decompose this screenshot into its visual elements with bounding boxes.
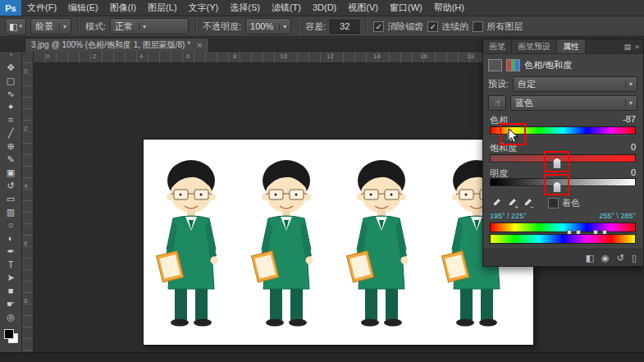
channel-dropdown[interactable]: 蓝色 ▾ <box>510 95 637 111</box>
shape-tool[interactable]: ■ <box>1 284 21 297</box>
ruler-number: 18 <box>467 53 474 60</box>
dodge-tool[interactable]: ◐ <box>1 231 21 245</box>
chevron-down-icon: ▾ <box>279 23 286 30</box>
panel-title: 色相/饱和度 <box>524 59 572 71</box>
anti-alias-label: 消除锯齿 <box>387 21 423 33</box>
blur-tool[interactable]: ○ <box>1 218 21 231</box>
mode-dropdown[interactable]: 正常 ▾ <box>110 18 189 34</box>
divider <box>298 19 299 34</box>
eyedropper-icon[interactable] <box>490 197 502 209</box>
menu-image[interactable]: 图像(I) <box>104 0 142 16</box>
lasso-tool[interactable]: ∿ <box>1 87 21 100</box>
options-bar: ◧ ▾ 前景 ▾ 模式: 正常 ▾ 不透明度: 100% ▾ 容差: 32 ✓ … <box>0 16 644 37</box>
tab-brush-presets[interactable]: 画笔预设 <box>512 39 557 53</box>
color-swatches[interactable] <box>4 329 18 343</box>
ruler-number: 10 <box>280 53 287 60</box>
crop-tool[interactable]: ⌗ <box>1 113 21 126</box>
eyedropper-tool[interactable]: ╱ <box>1 126 21 140</box>
visibility-eye-icon[interactable]: ◉ <box>601 250 610 266</box>
reset-icon[interactable]: ↺ <box>617 250 624 266</box>
foreground-color-swatch[interactable] <box>4 329 14 339</box>
collapse-toolbar-icon[interactable]: » <box>0 52 22 57</box>
divider <box>195 19 196 34</box>
eraser-tool[interactable]: ▭ <box>1 192 21 205</box>
menu-3d[interactable]: 3D(D) <box>307 0 342 16</box>
divider <box>366 19 367 34</box>
mouse-cursor-icon <box>508 128 518 144</box>
document-tab[interactable]: 3.jpg @ 100% (色相/饱和度 1, 图层蒙版/8) * × <box>25 38 209 52</box>
chevron-down-icon: ▾ <box>59 23 66 30</box>
hue-range-left-value: 195° / 225° <box>490 212 527 221</box>
menu-help[interactable]: 帮助(H) <box>428 0 470 16</box>
all-layers-checkbox[interactable] <box>473 21 483 32</box>
type-tool[interactable]: T <box>1 258 21 271</box>
eyedropper-minus-icon[interactable]: − <box>521 197 533 209</box>
marquee-tool[interactable]: ▢ <box>1 74 21 87</box>
status-bar <box>0 352 644 362</box>
opacity-value: 100% <box>250 21 273 31</box>
tool-palette: » ✥ ▢ ∿ ✦ ⌗ ╱ ⊕ ✎ ▣ ↺ ▭ ▥ ○ ◐ ✒ T ➤ ■ ☛ … <box>0 52 22 353</box>
hue-value[interactable]: -87 <box>623 114 636 125</box>
menu-type[interactable]: 文字(Y) <box>183 0 225 16</box>
adjustment-mask-icon[interactable] <box>488 59 502 71</box>
anti-alias-checkbox[interactable]: ✓ <box>373 21 384 32</box>
move-tool[interactable]: ✥ <box>1 61 21 74</box>
chevron-down-icon: ▾ <box>139 23 146 30</box>
mode-value: 正常 <box>115 21 133 33</box>
tolerance-input[interactable]: 32 <box>330 20 359 34</box>
mode-label: 模式: <box>85 21 106 33</box>
hand-tool[interactable]: ☛ <box>1 297 21 310</box>
ruler-number: 0 <box>46 53 49 60</box>
lightness-value[interactable]: 0 <box>631 167 636 178</box>
ruler-number: 4 <box>24 182 27 190</box>
preset-dropdown[interactable]: 自定 ▾ <box>513 76 637 92</box>
hue-saturation-adjustment-icon <box>506 59 520 71</box>
ruler-number: 2 <box>93 53 96 60</box>
gradient-tool[interactable]: ▥ <box>1 205 21 218</box>
channel-value: 蓝色 <box>515 97 533 109</box>
saturation-value[interactable]: 0 <box>631 142 636 153</box>
path-selection-tool[interactable]: ➤ <box>1 271 21 284</box>
menu-filter[interactable]: 滤镜(T) <box>266 0 307 16</box>
tolerance-label: 容差: <box>305 21 326 33</box>
collapse-panel-icon[interactable]: » <box>635 43 639 51</box>
ruler-number: 12 <box>327 53 334 60</box>
document-title: 3.jpg @ 100% (色相/饱和度 1, 图层蒙版/8) * <box>31 39 190 51</box>
menu-select[interactable]: 选择(S) <box>224 0 266 16</box>
close-icon[interactable]: × <box>197 40 202 50</box>
panel-menu-icon[interactable]: ▤ <box>623 43 631 51</box>
healing-brush-tool[interactable]: ⊕ <box>1 140 21 153</box>
contiguous-checkbox[interactable]: ✓ <box>427 21 438 32</box>
menu-bar: Ps 文件(F) 编辑(E) 图像(I) 图层(L) 文字(Y) 选择(S) 滤… <box>0 0 644 16</box>
eyedropper-plus-icon[interactable]: + <box>505 197 518 209</box>
menu-edit[interactable]: 编辑(E) <box>62 0 104 16</box>
quick-selection-tool[interactable]: ✦ <box>1 100 21 113</box>
clone-stamp-tool[interactable]: ▣ <box>1 166 21 179</box>
zoom-tool[interactable]: ◎ <box>1 310 21 323</box>
targeted-adjustment-tool[interactable]: ☝ <box>488 95 506 111</box>
tab-properties[interactable]: 属性 <box>557 39 586 53</box>
fill-source-dropdown[interactable]: 前景 ▾ <box>30 18 71 34</box>
document-canvas[interactable] <box>144 140 533 345</box>
chevron-down-icon: ▾ <box>625 80 633 88</box>
opacity-dropdown[interactable]: 100% ▾ <box>245 18 291 34</box>
pen-tool[interactable]: ✒ <box>1 245 21 258</box>
panel-tab-bar: 画笔 画笔预设 属性 ▤ » <box>483 39 643 54</box>
menu-window[interactable]: 窗口(W) <box>384 0 428 16</box>
hue-range-right-value: 255° \ 285° <box>599 212 636 221</box>
menu-file[interactable]: 文件(F) <box>21 0 62 16</box>
clip-to-layer-icon[interactable]: ◧ <box>586 250 594 266</box>
ruler-number: 8 <box>233 53 236 60</box>
menu-layer[interactable]: 图层(L) <box>142 0 182 16</box>
cartoon-characters-image <box>144 140 533 345</box>
ruler-number: 4 <box>139 53 143 60</box>
colorize-checkbox[interactable] <box>548 198 559 208</box>
paint-bucket-tool-preset[interactable]: ◧ ▾ <box>5 18 26 35</box>
hue-ramp-adjusted <box>490 234 636 244</box>
menu-view[interactable]: 视图(V) <box>342 0 384 16</box>
chevron-down-icon: ▾ <box>625 99 633 107</box>
delete-adjustment-icon[interactable]: ▯ <box>632 250 637 266</box>
brush-tool[interactable]: ✎ <box>1 153 21 166</box>
history-brush-tool[interactable]: ↺ <box>1 179 21 192</box>
tab-brush[interactable]: 画笔 <box>483 39 512 53</box>
